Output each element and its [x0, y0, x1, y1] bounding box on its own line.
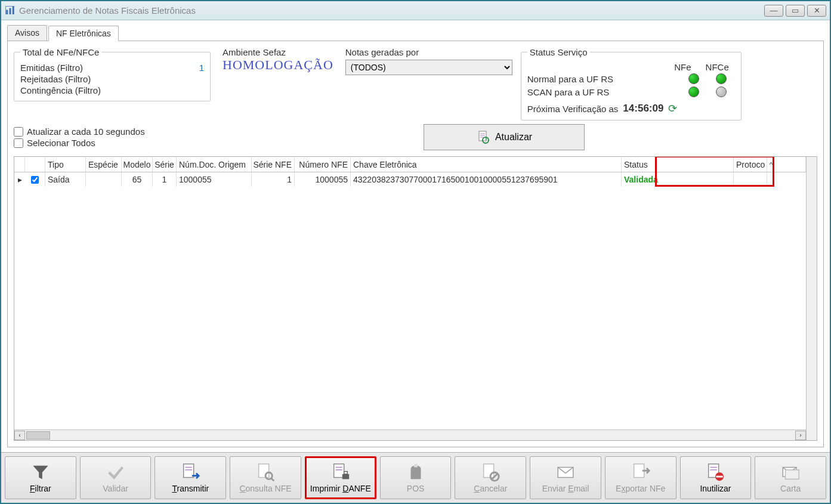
- status-servico-fieldset: Status Serviço NFe NFCe Normal para a UF…: [521, 47, 742, 120]
- ambiente-block: Ambiente Sefaz HOMOLOGAÇÃO: [223, 47, 333, 73]
- cell-chave: 4322038237307700017165001001000055123769…: [351, 172, 622, 187]
- emitidas-value: 1: [199, 63, 204, 73]
- col-header-especie[interactable]: Espécie: [86, 157, 122, 172]
- envelope-stack-icon: [780, 462, 801, 483]
- cancelar-button[interactable]: Cancelar: [455, 456, 526, 499]
- minimize-button[interactable]: ―: [764, 5, 783, 17]
- document-cancel-icon: [480, 462, 501, 483]
- rejeitadas-label: Rejeitadas (Filtro): [20, 74, 91, 84]
- col-header-tipo[interactable]: Tipo: [45, 157, 86, 172]
- scroll-right-button[interactable]: ›: [795, 431, 806, 440]
- col-header-serienfe[interactable]: Série NFE: [252, 157, 295, 172]
- check-select-all-input[interactable]: [14, 138, 23, 148]
- main-panel: Total de NFe/NFCe Emitidas (Filtro) 1 Re…: [7, 41, 824, 447]
- svg-rect-0: [6, 10, 8, 14]
- main-window: Gerenciamento de Notas Fiscais Eletrônic…: [0, 0, 831, 504]
- inutilizar-button[interactable]: Inutilizar: [680, 456, 752, 499]
- imprimir-danfe-button[interactable]: Imprimir DANFE: [305, 456, 376, 499]
- grid-body[interactable]: ▸ Saída 65 1 1000055 1 1000055: [14, 172, 806, 429]
- tab-avisos[interactable]: Avisos: [7, 25, 47, 41]
- status-col-nfce: NFCe: [706, 62, 729, 72]
- content-area: Avisos NF Eletrônicas Total de NFe/NFCe …: [1, 20, 830, 452]
- validar-button[interactable]: Validar: [80, 456, 152, 499]
- check-auto-refresh-input[interactable]: [14, 127, 23, 137]
- notas-block: Notas geradas por (TODOS): [345, 47, 512, 75]
- svg-rect-9: [342, 474, 349, 480]
- proxima-time: 14:56:09: [623, 103, 663, 115]
- ambiente-value: HOMOLOGAÇÃO: [223, 57, 333, 73]
- svg-rect-20: [786, 470, 799, 480]
- status-normal-label: Normal para a UF RS: [527, 74, 613, 84]
- checkbox-group: Atualizar a cada 10 segundos Selecionar …: [14, 126, 145, 148]
- status-col-nfe: NFe: [674, 62, 691, 72]
- svg-rect-18: [716, 476, 723, 478]
- scroll-left-button[interactable]: ‹: [14, 431, 25, 440]
- maximize-button[interactable]: ▭: [786, 5, 805, 17]
- atualizar-button[interactable]: Atualizar: [424, 124, 585, 150]
- col-header-chave[interactable]: Chave Eletrônica: [351, 157, 622, 172]
- status-highlight: [655, 156, 774, 187]
- titlebar: Gerenciamento de Notas Fiscais Eletrônic…: [1, 1, 830, 20]
- mid-row: Atualizar a cada 10 segundos Selecionar …: [14, 124, 817, 150]
- consulta-nfe-button[interactable]: Consulta NFE: [230, 456, 301, 499]
- bottom-toolbar: Filtrar Validar Transmitir Consulta NFE …: [1, 452, 830, 503]
- emitidas-label: Emitidas (Filtro): [20, 63, 83, 73]
- ambiente-label: Ambiente Sefaz: [223, 47, 333, 57]
- scroll-thumb[interactable]: [26, 431, 50, 440]
- led-normal-nfce: [716, 73, 727, 84]
- col-header-numnfe[interactable]: Número NFE: [295, 157, 351, 172]
- status-legend: Status Serviço: [527, 47, 590, 57]
- cell-tipo: Saída: [45, 172, 86, 187]
- led-normal-nfe: [688, 73, 699, 84]
- document-print-icon: [330, 462, 351, 483]
- document-forbidden-icon: [705, 462, 725, 483]
- pos-button[interactable]: POS: [380, 456, 452, 499]
- svg-rect-6: [259, 464, 269, 478]
- svg-rect-12: [484, 464, 494, 478]
- cell-serienfe: 1: [252, 172, 295, 187]
- cell-numdoc: 1000055: [177, 172, 252, 187]
- notas-select[interactable]: (TODOS): [345, 60, 512, 75]
- top-row: Total de NFe/NFCe Emitidas (Filtro) 1 Re…: [14, 47, 817, 120]
- totals-legend: Total de NFe/NFCe: [20, 47, 101, 57]
- col-header-numdoc[interactable]: Núm.Doc. Origem: [177, 157, 252, 172]
- svg-rect-11: [414, 464, 418, 468]
- exportar-nfe-button[interactable]: Exportar NFe: [605, 456, 676, 499]
- led-scan-nfce: [716, 86, 727, 97]
- check-select-all[interactable]: Selecionar Todos: [14, 138, 145, 148]
- cell-especie: [86, 172, 122, 187]
- col-header-check[interactable]: [25, 157, 45, 172]
- window-controls: ― ▭ ✕: [764, 5, 826, 17]
- notas-label: Notas geradas por: [345, 47, 512, 57]
- refresh-icon[interactable]: ⟳: [668, 102, 677, 115]
- svg-rect-2: [13, 6, 14, 14]
- check-auto-refresh[interactable]: Atualizar a cada 10 segundos: [14, 126, 145, 137]
- filtrar-button[interactable]: Filtrar: [5, 456, 76, 499]
- contingencia-label: Contingência (Filtro): [20, 85, 101, 95]
- totals-fieldset: Total de NFe/NFCe Emitidas (Filtro) 1 Re…: [14, 47, 211, 101]
- col-header-serie[interactable]: Série: [153, 157, 177, 172]
- close-button[interactable]: ✕: [807, 5, 826, 17]
- cell-serie: 1: [153, 172, 177, 187]
- app-icon: [5, 5, 16, 16]
- row-checkbox[interactable]: [31, 176, 39, 184]
- document-export-icon: [631, 462, 651, 483]
- funnel-icon: [30, 462, 51, 483]
- envelope-icon: [555, 462, 576, 483]
- transmitir-button[interactable]: Transmitir: [155, 456, 226, 499]
- carta-button[interactable]: Carta: [755, 456, 826, 499]
- tab-bar: Avisos NF Eletrônicas: [7, 25, 824, 41]
- cell-modelo: 65: [122, 172, 153, 187]
- enviar-email-button[interactable]: Enviar Email: [530, 456, 601, 499]
- cell-numnfe: 1000055: [295, 172, 351, 187]
- row-marker-icon: ▸: [14, 175, 25, 184]
- document-search-icon: [255, 462, 276, 483]
- col-header-modelo[interactable]: Modelo: [122, 157, 153, 172]
- window-title: Gerenciamento de Notas Fiscais Eletrônic…: [19, 5, 764, 16]
- horizontal-scrollbar[interactable]: ‹ ›: [14, 429, 806, 440]
- check-icon: [106, 462, 126, 483]
- tab-nf-eletronicas[interactable]: NF Eletrônicas: [48, 26, 119, 41]
- document-refresh-icon: [476, 130, 490, 144]
- vertical-scrollbar[interactable]: [806, 157, 817, 440]
- svg-rect-1: [10, 8, 11, 14]
